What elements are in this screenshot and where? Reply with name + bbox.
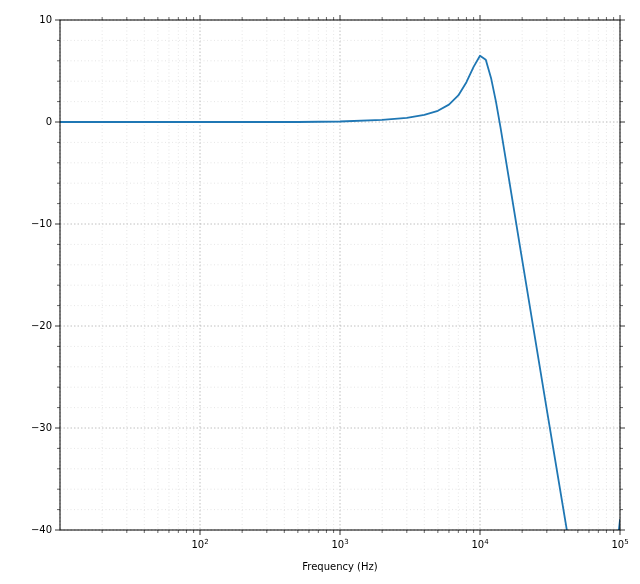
y-tick-label: −40 bbox=[31, 524, 52, 535]
x-tick-label: 105 bbox=[611, 538, 628, 550]
x-tick-label: 103 bbox=[331, 538, 348, 550]
y-tick-label: 10 bbox=[39, 14, 52, 25]
y-tick-label: 0 bbox=[46, 116, 52, 127]
y-tick-label: −20 bbox=[31, 320, 52, 331]
x-tick-label: 104 bbox=[471, 538, 489, 550]
x-axis-label: Frequency (Hz) bbox=[302, 561, 378, 572]
bode-magnitude-plot: 102103104105−40−30−20−10010Frequency (Hz… bbox=[0, 0, 640, 584]
y-tick-label: −30 bbox=[31, 422, 52, 433]
x-tick-label: 102 bbox=[191, 538, 208, 550]
y-tick-label: −10 bbox=[31, 218, 52, 229]
chart-svg: 102103104105−40−30−20−10010Frequency (Hz… bbox=[0, 0, 640, 584]
svg-rect-0 bbox=[60, 20, 620, 530]
